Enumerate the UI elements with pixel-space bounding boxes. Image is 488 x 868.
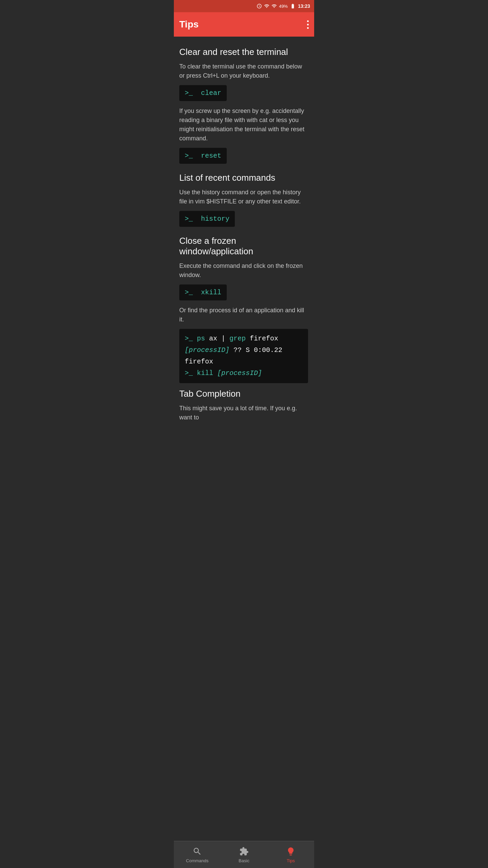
code-text-reset: >_ reset [185, 152, 221, 160]
code-text-history: >_ history [185, 215, 229, 223]
section-clear-reset: Clear and reset the terminal To clear th… [179, 47, 309, 169]
battery-text: 49% [279, 4, 288, 9]
nav-label-commands: Commands [186, 858, 208, 863]
nav-item-tips[interactable]: Tips [267, 846, 314, 863]
code-text-clear: >_ clear [185, 89, 221, 97]
time-text: 13:23 [298, 3, 310, 9]
status-icons: 49% 13:23 [257, 3, 310, 9]
section-desc-clear2: If you screw up the screen by e.g. accid… [179, 106, 309, 143]
puzzle-icon [239, 846, 249, 857]
section-title-frozen: Close a frozen window/application [179, 236, 309, 257]
code-text-xkill: >_ xkill [185, 289, 221, 296]
app-title: Tips [179, 19, 199, 30]
code-text-kill-process: >_ ps ax | grep firefox [processID] ?? S… [185, 333, 303, 379]
code-block-history[interactable]: >_ history [179, 211, 235, 227]
section-title-recent: List of recent commands [179, 173, 309, 183]
wifi-icon [264, 3, 269, 9]
code-block-xkill[interactable]: >_ xkill [179, 284, 227, 300]
section-recent-commands: List of recent commands Use the history … [179, 173, 309, 232]
code-block-kill-process[interactable]: >_ ps ax | grep firefox [processID] ?? S… [179, 329, 308, 383]
section-title-clear: Clear and reset the terminal [179, 47, 309, 57]
nav-label-tips: Tips [287, 858, 295, 863]
status-bar: 49% 13:23 [174, 0, 314, 12]
code-block-clear[interactable]: >_ clear [179, 85, 227, 101]
section-desc-frozen2: Or find the process id of an application… [179, 306, 309, 324]
content-area: Clear and reset the terminal To clear th… [174, 37, 314, 461]
section-frozen-window: Close a frozen window/application Execut… [179, 236, 309, 383]
section-desc-tab: This might save you a lot of time. If yo… [179, 404, 309, 422]
bottom-nav: Commands Basic Tips [174, 841, 314, 868]
app-bar: Tips [174, 12, 314, 37]
section-tab-completion: Tab Completion This might save you a lot… [179, 389, 309, 422]
code-block-reset[interactable]: >_ reset [179, 148, 227, 164]
signal-icon [271, 3, 277, 9]
nav-item-commands[interactable]: Commands [174, 846, 221, 863]
nav-label-basic: Basic [239, 858, 249, 863]
section-title-tab: Tab Completion [179, 389, 309, 399]
section-desc-recent: Use the history command or open the hist… [179, 188, 309, 206]
alarm-icon [257, 3, 262, 9]
more-vert-icon[interactable] [307, 20, 309, 29]
nav-item-basic[interactable]: Basic [221, 846, 267, 863]
section-desc-clear1: To clear the terminal use the command be… [179, 62, 309, 80]
battery-icon [290, 3, 296, 9]
section-desc-frozen1: Execute the command and click on the fro… [179, 261, 309, 280]
bulb-icon [285, 846, 296, 857]
search-icon [192, 846, 203, 857]
